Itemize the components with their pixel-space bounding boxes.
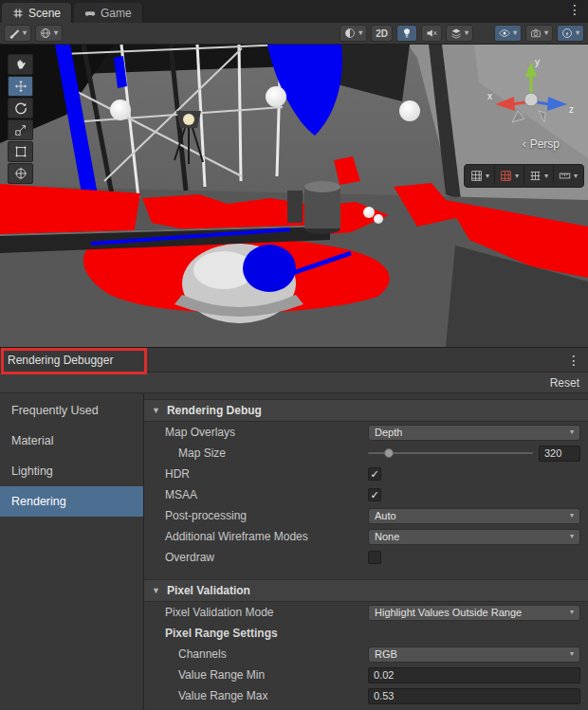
dropdown-caret-icon: ▾ [576,29,579,37]
shading-mode-button[interactable]: ▾ [340,25,367,42]
dropdown-value: Highlight Values Outside Range [375,607,522,618]
section-title: Pixel Validation [167,584,250,597]
grid-icon [470,170,483,182]
debugger-sidebar: Frequently Used Material Lighting Render… [0,393,144,710]
scale-icon [14,123,28,137]
msaa-label: MSAA [152,488,368,501]
scale-tool-button[interactable] [8,119,33,140]
overlay-wireframe-button[interactable]: ▾ [524,166,554,186]
grid-snap-button[interactable]: ▾ [35,25,63,42]
sidebar-item-material[interactable]: Material [0,426,143,456]
red-grid-icon [500,170,512,182]
rendering-debugger-title: Rendering Debugger [8,354,113,367]
transform-tool-button[interactable] [8,163,33,184]
scene-viewport[interactable]: y x z ‹ Persp ▾ ▾ ▾ ▾ [0,45,588,347]
viewport-overlay-toolbar: ▾ ▾ ▾ ▾ [464,164,584,188]
pixel-validation-mode-dropdown[interactable]: Highlight Values Outside Range ▾ [368,605,580,621]
overlay-ruler-button[interactable]: ▾ [554,166,582,186]
chevron-left-icon: ‹ [523,137,526,151]
dropdown-caret-icon: ▾ [54,29,58,37]
ruler-icon [559,170,571,182]
overlay-grid-button[interactable]: ▾ [466,166,495,186]
tab-scene[interactable]: Scene [2,3,72,23]
shaded-sphere-icon [344,27,356,39]
sidebar-item-label: Material [11,434,53,447]
section-rendering-debug[interactable]: ▼ Rendering Debug [144,399,588,422]
scene-toolbar: ▾ ▾ ▾ 2D ▾ ▾ ▾ [0,23,588,45]
light-gizmo-icon [363,207,375,218]
value-range-min-label: Value Range Min [152,668,368,682]
map-size-slider[interactable] [368,446,533,461]
post-processing-dropdown[interactable]: Auto ▾ [368,508,580,524]
hdr-checkbox[interactable]: ✓ [368,467,381,481]
gizmos-button[interactable]: ▾ [557,25,584,42]
projection-toggle[interactable]: ‹ Persp [523,137,560,151]
slider-knob[interactable] [384,448,394,458]
move-arrows-icon [14,80,28,93]
row-overdraw: Overdraw [144,547,588,568]
light-gizmo-icon [266,86,286,107]
camera-icon [530,27,542,39]
light-gizmo-icon [374,214,383,224]
tabbar-menu-icon[interactable]: ⋮ [568,3,581,16]
msaa-checkbox[interactable]: ✓ [368,488,381,501]
sidebar-item-rendering[interactable]: Rendering [0,486,143,517]
map-overlays-dropdown[interactable]: Depth ▾ [368,425,580,441]
debugger-body: Frequently Used Material Lighting Render… [0,393,588,710]
row-map-overlays: Map Overlays Depth ▾ [144,422,588,443]
rotate-tool-button[interactable] [8,98,33,118]
section-pixel-validation[interactable]: ▼ Pixel Validation [144,579,588,602]
effects-button[interactable]: ▾ [446,25,473,42]
view-tool-button[interactable] [8,54,33,75]
channels-dropdown[interactable]: RGB ▾ [368,646,580,663]
transform-toolstrip [8,54,33,184]
row-pixel-validation-mode: Pixel Validation Mode Highlight Values O… [144,602,588,623]
tab-game[interactable]: Game [74,3,143,23]
check-icon: ✓ [370,490,378,501]
check-icon: ✓ [370,469,378,480]
map-size-field[interactable] [539,446,580,462]
additional-wireframe-modes-dropdown[interactable]: None ▾ [368,529,580,545]
row-additional-wireframe-modes: Additional Wireframe Modes None ▾ [144,526,588,547]
move-tool-button[interactable] [8,76,33,97]
axis-x-label: x [487,91,492,101]
dropdown-caret-icon: ▾ [513,29,517,37]
value-range-max-label: Value Range Max [152,689,368,702]
hdr-label: HDR [152,467,368,481]
debugger-toolbar: Reset [0,373,588,393]
overdraw-checkbox[interactable] [368,551,381,564]
foldout-arrow-icon: ▼ [152,406,160,415]
value-range-max-field[interactable] [368,688,580,704]
audio-toggle-button[interactable] [421,25,442,42]
tool-settings-button[interactable]: ▾ [4,25,31,42]
lightbulb-icon [401,27,413,39]
row-hdr: HDR ✓ [144,464,588,484]
2d-toggle-button[interactable]: 2D [371,25,393,42]
scene-grid-icon [12,8,24,19]
row-msaa: MSAA ✓ [144,484,588,505]
map-size-label: Map Size [152,446,368,460]
lighting-toggle-button[interactable] [396,25,417,42]
row-post-processing: Post-processing Auto ▾ [144,505,588,526]
pixel-validation-mode-label: Pixel Validation Mode [152,606,368,619]
reset-button[interactable]: Reset [550,376,579,390]
orientation-gizmo[interactable]: y x z [486,54,577,141]
dropdown-caret-icon: ▾ [544,173,548,180]
dropdown-caret-icon: ▾ [544,29,548,37]
eye-icon [499,27,510,39]
info-icon [561,27,573,39]
rect-tool-button[interactable] [8,141,33,162]
value-range-min-field[interactable] [368,667,580,683]
dropdown-caret-icon: ▾ [570,428,574,436]
sidebar-item-lighting[interactable]: Lighting [0,456,143,486]
2d-label: 2D [376,28,388,39]
overlay-debug-grid-button[interactable]: ▾ [495,166,524,186]
rendering-debugger-titlebar: Rendering Debugger ⋮ [0,347,588,373]
camera-settings-button[interactable]: ▾ [525,25,553,42]
scene-visibility-button[interactable]: ▾ [494,25,522,42]
rect-icon [14,145,28,158]
dropdown-caret-icon: ▾ [570,650,574,658]
window-menu-icon[interactable]: ⋮ [567,354,580,367]
sidebar-item-frequently-used[interactable]: Frequently Used [0,395,143,426]
map-overlays-label: Map Overlays [152,426,368,439]
